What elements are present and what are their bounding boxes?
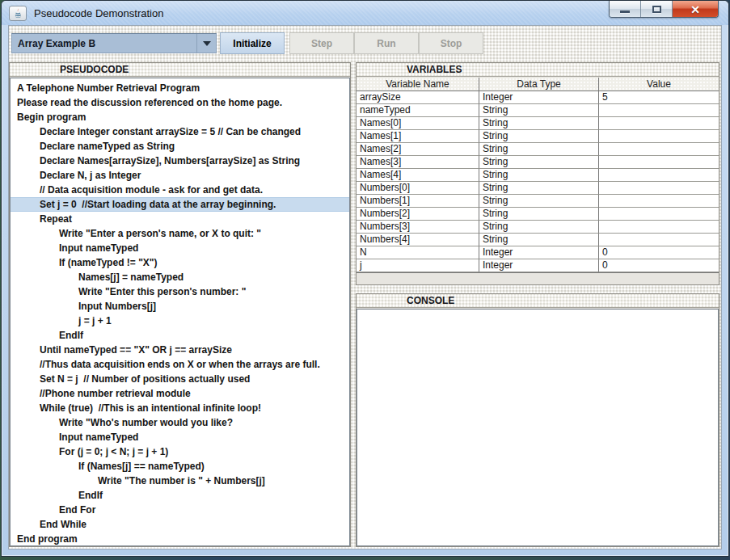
pseudocode-line[interactable]: If (nameTyped != "X"): [11, 255, 349, 270]
table-row[interactable]: Numbers[2]String: [357, 208, 719, 221]
value-cell: [599, 221, 719, 234]
value-cell: [599, 195, 719, 208]
run-button[interactable]: Run: [354, 32, 419, 54]
client-area: Array Example B Initialize Step Run Stop…: [8, 25, 722, 549]
table-row[interactable]: Numbers[4]String: [357, 234, 719, 246]
column-header-data-type: Data Type: [479, 78, 599, 91]
value-cell: [599, 234, 719, 246]
table-row[interactable]: Numbers[1]String: [357, 195, 719, 208]
example-select-arrow-button[interactable]: [196, 34, 216, 53]
pseudocode-line[interactable]: Write "The number is " + Numbers[j]: [11, 474, 349, 488]
variable-name-cell: N: [357, 246, 479, 259]
pseudocode-line[interactable]: j = j + 1: [11, 314, 349, 328]
pseudocode-line[interactable]: Repeat: [11, 212, 349, 226]
pseudocode-line[interactable]: Input nameTyped: [11, 430, 349, 444]
table-row[interactable]: Names[4]String: [357, 169, 719, 182]
table-row[interactable]: Names[0]String: [357, 117, 719, 130]
table-row[interactable]: Names[1]String: [357, 130, 719, 143]
pseudocode-line[interactable]: EndIf: [11, 488, 349, 503]
pseudocode-line[interactable]: Declare Integer constant arraySize = 5 /…: [11, 124, 349, 139]
table-row[interactable]: Names[2]String: [357, 143, 719, 156]
data-type-cell: String: [479, 182, 599, 195]
pseudocode-line[interactable]: EndIf: [11, 328, 349, 343]
variables-panel: VARIABLES Variable Name Data Type Value …: [356, 62, 719, 285]
pseudocode-line[interactable]: Set N = j // Number of positions actuall…: [11, 372, 349, 386]
value-cell: [599, 143, 719, 156]
variables-table-filler: [357, 274, 719, 284]
variable-name-cell: Names[4]: [357, 169, 479, 182]
console-header: CONSOLE: [357, 294, 719, 308]
pseudocode-line[interactable]: Declare N, j as Integer: [11, 168, 349, 183]
value-cell: [599, 117, 719, 130]
data-type-cell: String: [479, 143, 599, 156]
table-row[interactable]: nameTypedString: [357, 104, 719, 117]
data-type-cell: String: [479, 208, 599, 221]
pseudocode-line[interactable]: End For: [11, 503, 349, 517]
value-cell: [599, 208, 719, 221]
variable-name-cell: Numbers[2]: [357, 208, 479, 221]
pseudocode-line[interactable]: Begin program: [11, 110, 349, 124]
table-row[interactable]: Numbers[3]String: [357, 221, 719, 234]
toolbar: Array Example B Initialize Step Run Stop: [9, 26, 721, 61]
maximize-button[interactable]: [641, 1, 673, 18]
pseudocode-line[interactable]: //Phone number retrieval module: [11, 386, 349, 401]
pseudocode-line[interactable]: For (j = 0; j < N; j = j + 1): [11, 444, 349, 459]
pseudocode-header: PSEUDOCODE: [10, 63, 350, 77]
pseudocode-line[interactable]: Until nameTyped == "X" OR j == arraySize: [11, 343, 349, 357]
table-row[interactable]: Numbers[0]String: [357, 182, 719, 195]
variable-name-cell: Numbers[1]: [357, 195, 479, 208]
value-cell: 0: [599, 259, 719, 272]
table-row[interactable]: jInteger0: [357, 259, 719, 272]
variable-name-cell: arraySize: [357, 91, 479, 104]
variable-name-cell: Names[2]: [357, 143, 479, 156]
pseudocode-line[interactable]: // Data acquisition module - ask for and…: [11, 183, 349, 197]
variable-name-cell: nameTyped: [357, 104, 479, 117]
pseudocode-line[interactable]: Input Numbers[j]: [11, 299, 349, 314]
pseudocode-line[interactable]: Names[j] = nameTyped: [11, 270, 349, 284]
data-type-cell: Integer: [479, 91, 599, 104]
data-type-cell: String: [479, 104, 599, 117]
variable-name-cell: Names[0]: [357, 117, 479, 130]
pseudocode-line[interactable]: While (true) //This is an intentional in…: [11, 401, 349, 415]
table-row[interactable]: Names[3]String: [357, 156, 719, 169]
data-type-cell: String: [479, 156, 599, 169]
pseudocode-line[interactable]: Declare Names[arraySize], Numbers[arrayS…: [11, 154, 349, 168]
variable-name-cell: j: [357, 259, 479, 272]
initialize-button[interactable]: Initialize: [220, 32, 285, 54]
close-button[interactable]: ✕: [673, 1, 718, 18]
variable-name-cell: Names[1]: [357, 130, 479, 143]
maximize-icon: [652, 6, 661, 13]
pseudocode-line[interactable]: End program: [11, 532, 349, 546]
pseudocode-line[interactable]: Write "Who's number would you like?: [11, 415, 349, 430]
titlebar[interactable]: Pseudocode Demonstration ✕: [2, 1, 728, 25]
pseudocode-line[interactable]: If (Names[j] == nameTyped): [11, 459, 349, 474]
console-panel: CONSOLE: [356, 293, 719, 547]
stop-button[interactable]: Stop: [419, 32, 483, 54]
pseudocode-line[interactable]: Please read the discussion referenced on…: [11, 95, 349, 110]
pseudocode-line[interactable]: Declare nameTyped as String: [11, 139, 349, 154]
data-type-cell: Integer: [479, 246, 599, 259]
table-row[interactable]: arraySizeInteger5: [357, 91, 719, 104]
pseudocode-line-current[interactable]: Set j = 0 //Start loading data at the ar…: [11, 197, 349, 212]
variables-header: VARIABLES: [357, 63, 719, 77]
pseudocode-line[interactable]: A Telephone Number Retrieval Program: [11, 81, 349, 95]
step-button[interactable]: Step: [289, 32, 354, 54]
variable-name-cell: Numbers[3]: [357, 221, 479, 234]
pseudocode-line[interactable]: Write "Enter this person's number: ": [11, 284, 349, 299]
value-cell: [599, 182, 719, 195]
console-output[interactable]: [357, 309, 719, 546]
window-title: Pseudocode Demonstration: [34, 7, 163, 19]
pseudocode-line[interactable]: End While: [11, 517, 349, 532]
pseudocode-line[interactable]: Write "Enter a person's name, or X to qu…: [11, 226, 349, 241]
table-row[interactable]: NInteger0: [357, 246, 719, 259]
variable-name-cell: Numbers[0]: [357, 182, 479, 195]
variables-table-header-row: Variable Name Data Type Value: [357, 78, 719, 91]
example-select[interactable]: Array Example B: [11, 33, 217, 53]
minimize-button[interactable]: [610, 1, 641, 18]
value-cell: [599, 169, 719, 182]
variables-table-body: arraySizeInteger5nameTypedStringNames[0]…: [357, 91, 719, 272]
pseudocode-line[interactable]: Input nameTyped: [11, 241, 349, 255]
value-cell: 0: [599, 246, 719, 259]
variables-table: Variable Name Data Type Value arraySizeI…: [357, 78, 719, 273]
pseudocode-line[interactable]: //Thus data acquisition ends on X or whe…: [11, 357, 349, 372]
